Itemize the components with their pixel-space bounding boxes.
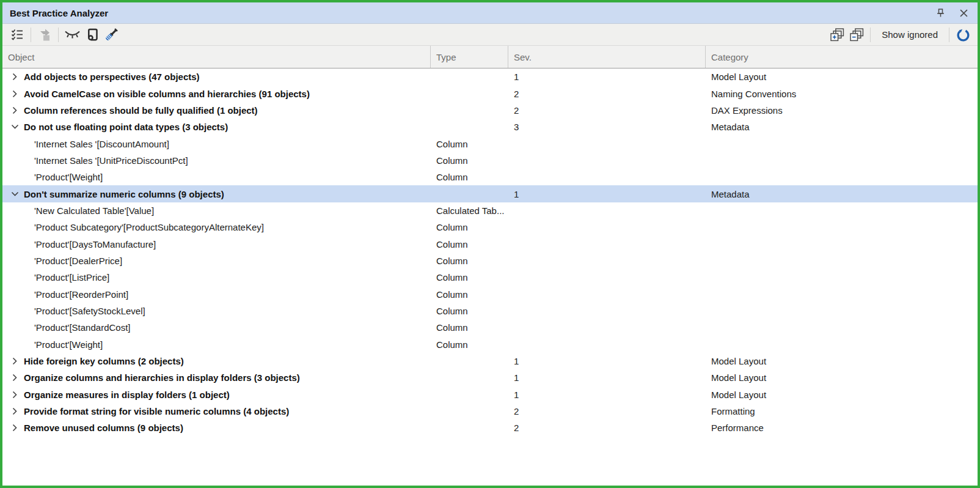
type-cell: Column	[431, 172, 508, 182]
chevron-icon[interactable]	[12, 73, 18, 81]
refresh-icon	[956, 27, 971, 42]
table-header: Object Type Sev. Category	[2, 46, 978, 68]
column-header-severity[interactable]: Sev.	[508, 46, 706, 68]
severity-cell: 3	[508, 122, 706, 132]
table-row[interactable]: 'Product'[StandardCost] Column	[2, 319, 978, 336]
table-row[interactable]: 'Product'[Weight] Column	[2, 336, 978, 353]
object-cell: 'Product'[DealerPrice]	[2, 256, 431, 266]
column-header-object[interactable]: Object	[2, 46, 431, 68]
object-cell: 'Product'[ListPrice]	[2, 272, 431, 283]
table-row[interactable]: Add objects to perspectives (47 objects)…	[2, 68, 978, 85]
collapse-all-icon	[850, 28, 864, 42]
table-row[interactable]: 'Product Subcategory'[ProductSubcategory…	[2, 219, 978, 235]
toolbar-separator	[949, 28, 949, 42]
object-cell: 'Product'[StandardCost]	[2, 322, 431, 333]
pin-button[interactable]	[934, 6, 947, 20]
table-row[interactable]: 'Internet Sales '[DiscountAmount] Column	[2, 135, 978, 152]
pin-icon	[936, 8, 945, 18]
object-label: 'Product'[DaysToManufacture]	[34, 239, 156, 250]
object-cell: Organize columns and hierarchies in disp…	[2, 372, 431, 383]
type-cell: Column	[431, 289, 508, 300]
table-row[interactable]: 'Product'[Weight] Column	[2, 169, 978, 185]
fix-script-button[interactable]	[82, 26, 101, 43]
type-cell: Calculated Tab...	[431, 205, 508, 216]
table-row[interactable]: Organize measures in display folders (1 …	[2, 386, 978, 403]
category-cell: Naming Conventions	[706, 89, 978, 99]
type-cell: Column	[431, 239, 508, 250]
table-row[interactable]: 'New Calculated Table'[Value] Calculated…	[2, 202, 978, 219]
category-cell: Metadata	[706, 122, 978, 132]
category-cell: DAX Expressions	[706, 105, 978, 116]
table-row[interactable]: Provide format string for visible numeri…	[2, 403, 978, 420]
column-header-category[interactable]: Category	[706, 46, 978, 68]
type-cell: Column	[431, 306, 508, 316]
toolbar-separator	[31, 28, 31, 42]
column-header-type[interactable]: Type	[431, 46, 508, 68]
table-row[interactable]: 'Product'[ListPrice] Column	[2, 269, 978, 286]
object-cell: Organize measures in display folders (1 …	[2, 390, 431, 400]
table-row[interactable]: Column references should be fully qualif…	[2, 102, 978, 119]
object-label: 'Product'[Weight]	[34, 172, 103, 182]
object-label: 'New Calculated Table'[Value]	[34, 205, 154, 216]
goto-object-button	[35, 26, 54, 43]
severity-cell: 2	[508, 423, 706, 433]
chevron-icon[interactable]	[12, 407, 18, 415]
rules-checklist-button[interactable]	[7, 26, 27, 43]
refresh-button[interactable]	[953, 26, 973, 43]
chevron-icon[interactable]	[12, 90, 18, 98]
category-cell: Metadata	[706, 189, 978, 199]
object-cell: Avoid CamelCase on visible columns and h…	[2, 89, 431, 99]
object-label: Don't summarize numeric columns (9 objec…	[24, 189, 224, 199]
chevron-icon[interactable]	[12, 374, 18, 382]
titlebar: Best Practice Analyzer	[2, 2, 978, 24]
collapse-all-button[interactable]	[847, 26, 866, 43]
close-icon	[960, 9, 968, 17]
object-cell: Column references should be fully qualif…	[2, 105, 431, 116]
goto-object-icon	[38, 28, 51, 42]
window-title: Best Practice Analyzer	[10, 8, 108, 18]
type-cell: Column	[431, 139, 508, 149]
category-cell: Formatting	[706, 406, 978, 416]
table-row[interactable]: Hide foreign key columns (2 objects) 1 M…	[2, 353, 978, 369]
apply-fix-button[interactable]	[101, 26, 121, 43]
chevron-icon[interactable]	[11, 191, 19, 197]
table-row[interactable]: 'Product'[DaysToManufacture] Column	[2, 235, 978, 252]
category-cell: Model Layout	[706, 72, 978, 82]
table-row[interactable]: 'Internet Sales '[UnitPriceDiscountPct] …	[2, 152, 978, 169]
chevron-icon[interactable]	[12, 391, 18, 399]
severity-cell: 2	[508, 105, 706, 116]
table-row[interactable]: Organize columns and hierarchies in disp…	[2, 369, 978, 386]
category-cell: Model Layout	[706, 356, 978, 366]
table-row[interactable]: Remove unused columns (9 objects) 2 Perf…	[2, 420, 978, 436]
ignore-rule-button[interactable]	[62, 26, 82, 43]
object-cell: 'Internet Sales '[DiscountAmount]	[2, 139, 431, 149]
show-ignored-toggle[interactable]: Show ignored	[874, 26, 945, 43]
type-cell: Column	[431, 155, 508, 166]
object-label: Organize columns and hierarchies in disp…	[24, 372, 300, 383]
object-cell: Remove unused columns (9 objects)	[2, 423, 431, 433]
expand-all-icon	[830, 28, 844, 42]
object-cell: 'Product'[Weight]	[2, 172, 431, 182]
type-cell: Column	[431, 256, 508, 266]
chevron-icon[interactable]	[11, 124, 19, 130]
expand-all-button[interactable]	[827, 26, 847, 43]
table-row[interactable]: Avoid CamelCase on visible columns and h…	[2, 85, 978, 102]
table-row[interactable]: 'Product'[DealerPrice] Column	[2, 253, 978, 269]
table-row[interactable]: 'Product'[ReorderPoint] Column	[2, 286, 978, 302]
type-cell: Column	[431, 339, 508, 350]
chevron-icon[interactable]	[12, 357, 18, 365]
object-label: 'Product'[StandardCost]	[34, 322, 130, 333]
object-label: 'Product'[ReorderPoint]	[34, 289, 128, 300]
object-cell: 'Product'[SafetyStockLevel]	[2, 306, 431, 316]
table-row[interactable]: 'Product'[SafetyStockLevel] Column	[2, 303, 978, 319]
object-label: 'Product Subcategory'[ProductSubcategory…	[34, 222, 264, 232]
table-row[interactable]: Don't summarize numeric columns (9 objec…	[2, 185, 978, 202]
object-cell: 'Product'[Weight]	[2, 339, 431, 350]
category-cell: Model Layout	[706, 372, 978, 383]
severity-cell: 1	[508, 390, 706, 400]
chevron-icon[interactable]	[12, 424, 18, 432]
chevron-icon[interactable]	[12, 106, 18, 114]
close-button[interactable]	[957, 6, 970, 20]
table-row[interactable]: Do not use floating point data types (3 …	[2, 119, 978, 135]
object-label: 'Product'[DealerPrice]	[34, 256, 122, 266]
